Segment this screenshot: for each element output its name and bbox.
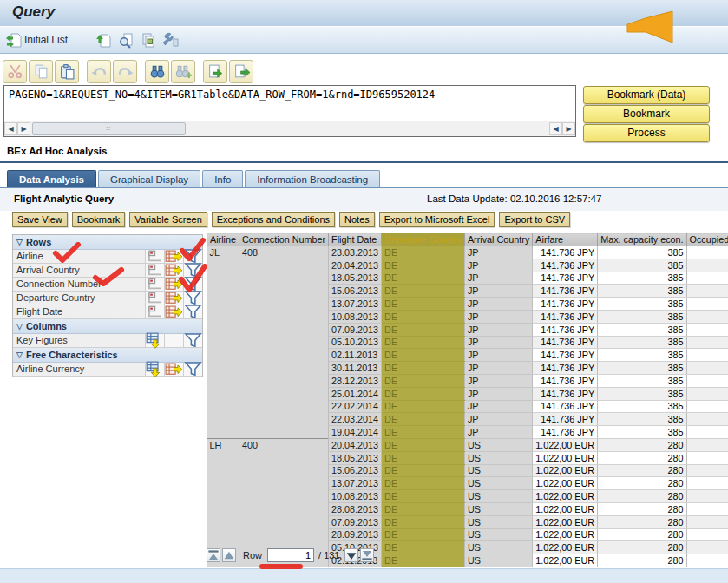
action-button-bookmark[interactable]: Bookmark xyxy=(72,212,126,227)
cell-airfare: 141.736 JPY xyxy=(533,349,598,362)
action-button-save-view[interactable]: Save View xyxy=(12,212,68,227)
nav-item-label[interactable]: Key Figures xyxy=(13,334,145,347)
drilldown-icon[interactable] xyxy=(145,292,164,305)
swap-down-icon[interactable] xyxy=(145,334,164,347)
column-header-connection-number[interactable]: Connection Number xyxy=(239,233,329,246)
swap-down-icon[interactable] xyxy=(145,363,164,376)
empty-icon-cell xyxy=(164,334,183,347)
action-button-exceptions-and-conditions[interactable]: Exceptions and Conditions xyxy=(212,212,335,227)
cell-arrival-country: JP xyxy=(464,387,532,400)
filter-icon[interactable] xyxy=(183,334,202,347)
column-header-departure-country[interactable]: Departure Country xyxy=(382,233,465,246)
drilldown-icon[interactable] xyxy=(145,264,164,277)
cell-departure-country: DE xyxy=(382,259,465,272)
find-icon xyxy=(149,63,166,80)
filter-icon[interactable] xyxy=(183,305,202,318)
request-string-box[interactable]: PAGENO=1&REQUEST_NO=4&ITEM=GR1Table&DATA… xyxy=(3,85,576,137)
action-button-export-to-microsoft-excel[interactable]: Export to Microsoft Excel xyxy=(379,212,495,227)
row-down-button[interactable] xyxy=(344,548,358,562)
window-title: Query xyxy=(12,3,55,21)
create-icon[interactable] xyxy=(95,32,112,49)
cut-button xyxy=(3,60,27,83)
cell-arrival-country: US xyxy=(464,541,532,554)
scroll-right-icon[interactable]: ▶ xyxy=(17,122,30,135)
row-number-input[interactable] xyxy=(267,548,314,562)
tab-data-analysis[interactable]: Data Analysis xyxy=(7,170,96,188)
drilldown-icon[interactable] xyxy=(145,250,164,263)
swap-right-icon[interactable] xyxy=(164,250,183,263)
footer-strip xyxy=(0,568,728,583)
cell-max-capacity: 385 xyxy=(598,310,686,323)
filter-icon[interactable] xyxy=(183,363,202,376)
column-header-max-capacity-econ-[interactable]: Max. capacity econ. xyxy=(598,233,686,246)
table-row: 28.08.2013DEUS1.022,00 EUR280271 xyxy=(207,502,728,515)
filter-icon[interactable] xyxy=(183,292,202,305)
cell-arrival-country: US xyxy=(464,528,532,541)
export-in-button[interactable] xyxy=(203,60,227,83)
cell-max-capacity: 385 xyxy=(598,259,686,272)
filter-icon[interactable] xyxy=(183,264,202,277)
filter-icon[interactable] xyxy=(183,250,202,263)
swap-right-icon[interactable] xyxy=(164,305,183,318)
action-button-notes[interactable]: Notes xyxy=(339,212,375,227)
find-button[interactable] xyxy=(145,60,169,83)
action-button-variable-screen[interactable]: Variable Screen xyxy=(129,212,207,227)
tab-graphical-display[interactable]: Graphical Display xyxy=(98,170,200,188)
cell-airline xyxy=(207,515,239,528)
cell-airfare: 141.736 JPY xyxy=(533,272,598,285)
side-button-bookmark-data-[interactable]: Bookmark (Data) xyxy=(583,86,710,104)
nav-item-label[interactable]: Arrival Country xyxy=(13,264,145,277)
column-header-flight-date[interactable]: Flight Date xyxy=(329,233,382,246)
cell-airfare: 1.022,00 EUR xyxy=(533,490,598,503)
column-header-occupied-econ-[interactable]: Occupied econ. xyxy=(686,233,728,246)
column-header-airline[interactable]: Airline xyxy=(207,233,239,246)
last-row-button[interactable] xyxy=(360,548,374,562)
cell-occupied: 372 xyxy=(686,349,728,362)
column-header-airfare[interactable]: Airfare xyxy=(533,233,598,246)
copy-icon[interactable] xyxy=(141,32,157,49)
scroll-left-icon[interactable]: ◀ xyxy=(549,122,562,135)
drilldown-icon[interactable] xyxy=(145,305,164,318)
paste-button[interactable] xyxy=(55,60,79,83)
filter-icon[interactable] xyxy=(183,278,202,291)
cell-airfare: 1.022,00 EUR xyxy=(533,477,598,490)
nav-item-label[interactable]: Connection Number xyxy=(13,278,145,291)
cell-max-capacity: 280 xyxy=(598,477,686,490)
nav-item-label[interactable]: Departure Country xyxy=(13,292,145,305)
table-row: 13.07.2013DEUS1.022,00 EUR280272 xyxy=(207,477,728,490)
nav-section-rows[interactable]: ▽Rows xyxy=(13,235,202,250)
cell-max-capacity: 385 xyxy=(598,323,686,336)
export-out-button[interactable] xyxy=(229,60,253,83)
cell-connection-number xyxy=(239,285,329,298)
tab-information-broadcasting[interactable]: Information Broadcasting xyxy=(245,170,380,188)
horizontal-scrollbar[interactable]: ◀ ▶ ∷ ◀ ▶ xyxy=(4,121,575,136)
drilldown-icon[interactable] xyxy=(145,278,164,291)
scroll-right-icon[interactable]: ▶ xyxy=(562,122,575,135)
nav-item-label[interactable]: Airline xyxy=(13,250,145,263)
action-button-export-to-csv[interactable]: Export to CSV xyxy=(499,212,570,227)
request-string-value[interactable]: PAGENO=1&REQUEST_NO=4&ITEM=GR1Table&DATA… xyxy=(9,88,572,101)
swap-right-icon[interactable] xyxy=(164,292,183,305)
side-button-process[interactable]: Process xyxy=(583,124,710,142)
nav-item-label[interactable]: Airline Currency xyxy=(13,363,145,376)
scrollbar-thumb[interactable]: ∷ xyxy=(32,122,186,135)
cell-flight-date: 28.09.2013 xyxy=(329,528,382,541)
initial-list-button[interactable]: Initial List xyxy=(5,32,68,49)
side-button-bookmark[interactable]: Bookmark xyxy=(583,105,710,123)
nav-item-label[interactable]: Flight Date xyxy=(13,305,145,318)
nav-section-columns[interactable]: ▽Columns xyxy=(13,319,202,334)
column-header-arrival-country[interactable]: Arrival Country xyxy=(464,233,532,246)
table-row: 15.06.2013DEJP141.736 JPY385374 xyxy=(207,285,728,298)
swap-right-icon[interactable] xyxy=(164,278,183,291)
tab-info[interactable]: Info xyxy=(202,170,243,188)
first-row-button[interactable] xyxy=(207,548,220,562)
swap-right-icon[interactable] xyxy=(164,264,183,277)
nav-section-free-characteristics[interactable]: ▽Free Characteristics xyxy=(13,348,202,363)
row-up-button[interactable] xyxy=(222,548,236,562)
scroll-left-icon[interactable]: ◀ xyxy=(4,122,17,135)
settings-icon[interactable] xyxy=(163,32,180,49)
cell-departure-country: DE xyxy=(382,515,465,528)
display-icon[interactable] xyxy=(118,32,134,49)
swap-right-icon[interactable] xyxy=(164,363,183,376)
cell-flight-date: 02.11.2013 xyxy=(329,349,382,362)
